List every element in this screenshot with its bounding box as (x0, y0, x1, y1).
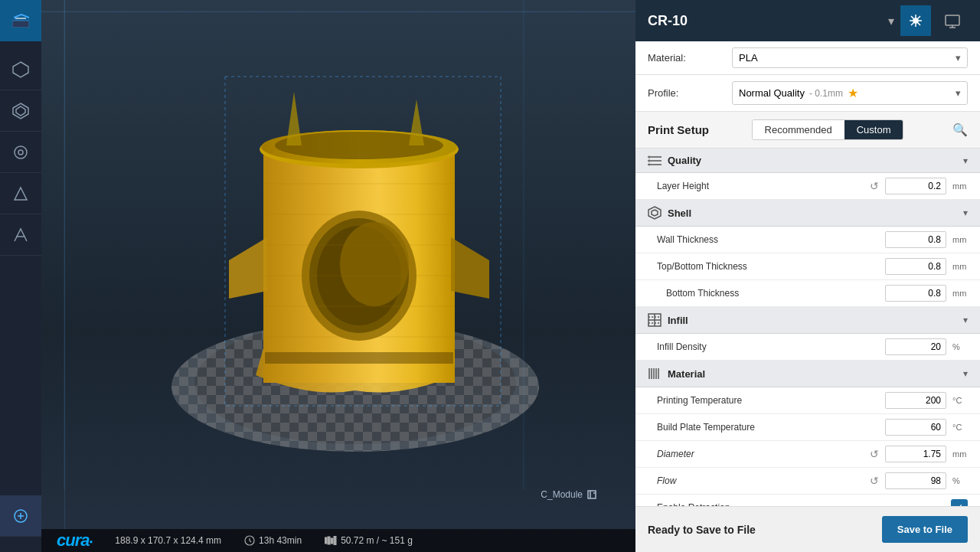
toolbar-btn-5[interactable] (0, 214, 41, 256)
svg-point-22 (309, 218, 409, 333)
viewport[interactable]: C_Module cura● 188.9 x 170.7 x 124.4 mm … (41, 0, 635, 552)
profile-label: Profile: (648, 87, 724, 99)
material-label: Material: (648, 52, 724, 64)
flow-reset-icon[interactable]: ↺ (870, 475, 879, 487)
search-icon[interactable]: 🔍 (952, 122, 968, 137)
svg-rect-34 (325, 537, 327, 544)
toolbar-btn-1[interactable] (0, 49, 41, 90)
layer-height-row: Layer Height ↺ mm (635, 173, 980, 200)
section-infill[interactable]: Infill ▾ (635, 307, 980, 334)
toolbar-btn-3[interactable] (0, 132, 41, 173)
svg-rect-32 (225, 77, 501, 406)
panel-header: CR-10 ▾ (635, 0, 980, 41)
layer-height-input[interactable] (885, 178, 946, 194)
profile-star-icon[interactable]: ★ (848, 86, 858, 100)
top-bottom-thickness-input[interactable] (885, 258, 946, 275)
svg-point-20 (275, 132, 443, 159)
svg-point-21 (302, 211, 416, 341)
infill-chevron-icon: ▾ (963, 315, 968, 325)
printing-temp-label: Printing Temperature (657, 395, 879, 406)
material-select[interactable]: PLA ▾ (732, 47, 968, 68)
quality-section-title: Quality (668, 155, 957, 166)
svg-rect-39 (946, 15, 959, 25)
svg-point-16 (172, 322, 539, 452)
printing-temp-row: Printing Temperature °C (635, 387, 980, 414)
app-logo: cura● (57, 531, 92, 550)
slicing-view-btn[interactable] (900, 5, 931, 36)
svg-rect-1 (12, 21, 29, 28)
diameter-input[interactable] (885, 446, 946, 462)
svg-rect-17 (263, 153, 455, 383)
diameter-label: Diameter (657, 449, 864, 459)
bottom-thickness-input[interactable] (885, 285, 946, 302)
toolbar-btn-4[interactable] (0, 173, 41, 214)
wall-thickness-input[interactable] (885, 231, 946, 248)
section-material[interactable]: Material ▾ (635, 361, 980, 387)
material-dropdown-arrow: ▾ (956, 52, 961, 64)
layer-height-unit: mm (952, 181, 968, 191)
flow-unit: % (952, 476, 968, 485)
bottom-thickness-row: Bottom Thickness mm (635, 280, 980, 307)
status-filament: 50.72 m / ~ 151 g (325, 535, 413, 546)
diameter-unit: mm (952, 449, 968, 459)
print-setup-title: Print Setup (648, 123, 709, 136)
flow-row: Flow ↺ % (635, 468, 980, 495)
status-time: 13h 43min (244, 535, 302, 546)
layer-height-label: Layer Height (657, 181, 864, 191)
infill-section-title: Infill (668, 315, 957, 326)
svg-point-19 (261, 130, 457, 164)
profile-dropdown-arrow: ▾ (956, 87, 961, 99)
svg-point-18 (260, 130, 459, 168)
infill-density-label: Infill Density (657, 341, 879, 352)
toolbar-btn-2[interactable] (0, 90, 41, 132)
infill-density-input[interactable] (885, 338, 946, 355)
tab-custom[interactable]: Custom (844, 120, 903, 139)
flow-input[interactable] (885, 472, 946, 489)
layer-height-reset-icon[interactable]: ↺ (870, 180, 879, 192)
diameter-row: Diameter ↺ mm (635, 441, 980, 468)
right-panel: CR-10 ▾ Material: PLA ▾ Profile: Normal … (635, 0, 980, 552)
diameter-reset-icon[interactable]: ↺ (870, 448, 879, 460)
save-to-file-button[interactable]: Save to File (882, 516, 968, 543)
build-plate-temp-label: Build Plate Temperature (657, 422, 879, 433)
bottom-thickness-label: Bottom Thickness (666, 288, 879, 299)
shell-section-icon (648, 206, 662, 220)
printer-name: CR-10 (648, 13, 882, 29)
left-toolbar (0, 0, 41, 552)
model-name: C_Module (541, 489, 597, 500)
menu-button[interactable] (0, 0, 41, 41)
status-dimensions: 188.9 x 170.7 x 124.4 mm (115, 535, 221, 546)
top-bottom-thickness-row: Top/Bottom Thickness mm (635, 253, 980, 280)
material-chevron-icon: ▾ (963, 368, 968, 379)
profile-select[interactable]: Normal Quality - 0.1mm ★ ▾ (732, 81, 968, 105)
top-bottom-thickness-label: Top/Bottom Thickness (657, 261, 879, 272)
material-row: Material: PLA ▾ (635, 41, 980, 75)
printer-dropdown-icon[interactable]: ▾ (888, 14, 894, 28)
ready-text: Ready to Save to File (648, 524, 756, 536)
svg-marker-4 (16, 106, 25, 116)
profile-row: Profile: Normal Quality - 0.1mm ★ ▾ (635, 75, 980, 112)
toolbar-btn-6[interactable] (0, 495, 41, 537)
infill-density-row: Infill Density % (635, 334, 980, 361)
flow-label: Flow (657, 475, 864, 486)
build-plate-temp-input[interactable] (885, 419, 946, 436)
quality-section-icon (648, 155, 662, 166)
section-quality[interactable]: Quality ▾ (635, 149, 980, 173)
build-plate-temp-row: Build Plate Temperature °C (635, 414, 980, 441)
build-plate-temp-unit: °C (952, 423, 968, 432)
wall-thickness-label: Wall Thickness (657, 234, 879, 245)
print-setup-header: Print Setup Recommended Custom 🔍 (635, 112, 980, 149)
enable-retraction-row: Enable Retraction ✓ (635, 495, 980, 506)
infill-density-unit: % (952, 342, 968, 351)
infill-section-icon (648, 313, 662, 327)
status-bar: cura● 188.9 x 170.7 x 124.4 mm 13h 43min… (41, 529, 635, 552)
tab-recommended[interactable]: Recommended (753, 120, 844, 139)
material-section-title: Material (668, 368, 957, 380)
tab-group: Recommended Custom (752, 119, 904, 140)
monitor-view-btn[interactable] (937, 5, 968, 36)
section-shell[interactable]: Shell ▾ (635, 200, 980, 227)
enable-retraction-checkbox[interactable]: ✓ (951, 499, 968, 506)
bottom-thickness-unit: mm (952, 289, 968, 298)
printing-temp-input[interactable] (885, 392, 946, 409)
wall-thickness-unit: mm (952, 235, 968, 244)
